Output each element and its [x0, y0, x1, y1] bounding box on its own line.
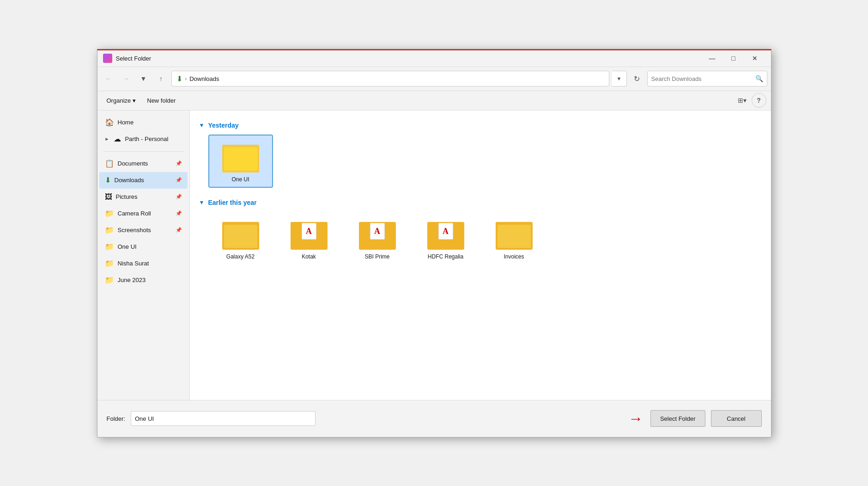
app-icon	[103, 54, 112, 63]
folder-value-input[interactable]	[131, 411, 316, 426]
sidebar-label-parth: Parth - Personal	[125, 135, 182, 142]
chevron-yesterday[interactable]: ▼	[199, 122, 205, 129]
close-button[interactable]: ✕	[744, 51, 765, 65]
folder-name-sbi-prime: SBI Prime	[364, 253, 389, 261]
address-bar: ← → ▼ ↑ ⬇ › Downloads ▼ ↻ 🔍	[97, 67, 771, 91]
pictures-icon: 🖼	[105, 193, 112, 201]
sidebar-item-screenshots[interactable]: 📁 Screenshots 📌	[99, 222, 188, 239]
home-icon: 🏠	[105, 118, 114, 127]
pin-icon-downloads: 📌	[176, 177, 182, 183]
address-dropdown-button[interactable]: ▼	[612, 71, 627, 86]
up-button[interactable]: ↑	[154, 71, 169, 86]
section-title-yesterday: Yesterday	[208, 122, 238, 129]
sidebar-label-camera-roll: Camera Roll	[118, 210, 172, 217]
folder-item-one-ui[interactable]: One UI	[208, 135, 273, 188]
sidebar-label-downloads: Downloads	[115, 177, 172, 184]
path-separator: ›	[185, 76, 187, 81]
sidebar-item-downloads[interactable]: ⬇ Downloads 📌	[99, 172, 188, 189]
sidebar-item-one-ui[interactable]: 📁 One UI	[99, 239, 188, 255]
organize-button[interactable]: Organize ▾	[102, 93, 141, 107]
address-path[interactable]: ⬇ › Downloads	[171, 71, 609, 86]
sidebar-item-documents[interactable]: 📋 Documents 📌	[99, 155, 188, 172]
adobe-badge-hdfc-regalia: A	[438, 223, 453, 240]
window-controls: — □ ✕	[702, 51, 765, 65]
sidebar-item-june-2023[interactable]: 📁 June 2023	[99, 272, 188, 289]
adobe-badge-kotak: A	[302, 223, 316, 240]
sidebar-item-parth[interactable]: ► ☁ Parth - Personal	[99, 131, 188, 148]
dropdown-recent-button[interactable]: ▼	[136, 71, 151, 86]
cancel-button[interactable]: Cancel	[711, 410, 762, 427]
sidebar-item-nisha-surat[interactable]: 📁 Nisha Surat	[99, 255, 188, 272]
june-2023-icon: 📁	[105, 276, 114, 284]
search-box: 🔍	[647, 71, 767, 86]
folder-item-kotak[interactable]: A Kotak	[277, 212, 341, 265]
sidebar-label-one-ui: One UI	[118, 243, 182, 250]
section-header-yesterday: ▼ Yesterday	[199, 122, 762, 129]
new-folder-label: New folder	[147, 97, 176, 104]
sidebar-label-home: Home	[118, 119, 182, 126]
sidebar-label-screenshots: Screenshots	[118, 227, 172, 234]
sidebar: 🏠 Home ► ☁ Parth - Personal 📋 Documents …	[97, 111, 190, 400]
folder-name-invoices: Invoices	[504, 253, 524, 261]
sidebar-label-nisha-surat: Nisha Surat	[118, 260, 182, 267]
folder-item-hdfc-regalia[interactable]: A HDFC Regalia	[413, 212, 478, 265]
search-icon: 🔍	[755, 75, 763, 82]
help-button[interactable]: ?	[752, 93, 766, 108]
chevron-earlier[interactable]: ▼	[199, 199, 205, 206]
sidebar-item-pictures[interactable]: 🖼 Pictures 📌	[99, 189, 188, 205]
download-path-icon: ⬇	[176, 74, 182, 83]
cloud-icon: ☁	[114, 135, 121, 143]
main-content: 🏠 Home ► ☁ Parth - Personal 📋 Documents …	[97, 111, 771, 400]
folder-item-sbi-prime[interactable]: A SBI Prime	[345, 212, 410, 265]
folder-icon-sbi-prime: A	[359, 216, 396, 250]
refresh-button[interactable]: ↻	[630, 71, 644, 86]
new-folder-button[interactable]: New folder	[142, 93, 180, 107]
search-input[interactable]	[651, 75, 753, 82]
forward-button[interactable]: →	[119, 71, 134, 86]
minimize-button[interactable]: —	[702, 51, 723, 65]
organize-label: Organize	[107, 97, 131, 104]
view-caret: ▾	[743, 97, 747, 104]
sidebar-item-home[interactable]: 🏠 Home	[99, 114, 188, 131]
folder-icon-galaxy-a52	[222, 216, 259, 250]
sidebar-label-pictures: Pictures	[116, 193, 172, 200]
folder-icon-kotak: A	[291, 216, 328, 250]
folder-name-kotak: Kotak	[302, 253, 316, 261]
folder-name-galaxy-a52: Galaxy A52	[226, 253, 255, 261]
downloads-icon: ⬇	[105, 176, 111, 185]
pin-icon-screenshots: 📌	[176, 227, 182, 233]
bottom-bar: Folder: → Select Folder Cancel	[97, 400, 771, 437]
back-button[interactable]: ←	[101, 71, 116, 86]
view-icon: ⊞	[738, 97, 743, 104]
section-title-earlier: Earlier this year	[208, 199, 256, 206]
pin-icon-pictures: 📌	[176, 194, 182, 200]
folder-icon-invoices	[496, 216, 533, 250]
nisha-surat-icon: 📁	[105, 259, 114, 268]
sidebar-divider-1	[103, 151, 184, 152]
one-ui-icon: 📁	[105, 242, 114, 251]
screenshots-icon: 📁	[105, 226, 114, 234]
title-bar: Select Folder — □ ✕	[97, 50, 771, 67]
maximize-button[interactable]: □	[723, 51, 744, 65]
toolbar: Organize ▾ New folder ⊞ ▾ ?	[97, 91, 771, 111]
arrow-indicator: →	[628, 410, 643, 427]
organize-caret: ▾	[133, 97, 136, 104]
folder-icon-hdfc-regalia: A	[427, 216, 464, 250]
folder-item-invoices[interactable]: Invoices	[482, 212, 546, 265]
sidebar-label-june-2023: June 2023	[118, 277, 182, 283]
view-button[interactable]: ⊞ ▾	[735, 93, 750, 108]
documents-icon: 📋	[105, 159, 114, 168]
folder-label: Folder:	[107, 415, 125, 422]
sidebar-item-camera-roll[interactable]: 📁 Camera Roll 📌	[99, 205, 188, 222]
camera-roll-icon: 📁	[105, 209, 114, 218]
folder-grid-earlier: Galaxy A52 A Kotak	[199, 212, 762, 265]
pin-icon-camera-roll: 📌	[176, 210, 182, 216]
folder-item-galaxy-a52[interactable]: Galaxy A52	[208, 212, 273, 265]
folder-grid-yesterday: One UI	[199, 135, 762, 188]
pin-icon-documents: 📌	[176, 160, 182, 166]
dialog-title: Select Folder	[116, 55, 702, 62]
folder-icon-one-ui	[222, 139, 259, 172]
dialog-window: Select Folder — □ ✕ ← → ▼ ↑ ⬇ › Download…	[97, 49, 771, 437]
select-folder-button[interactable]: Select Folder	[650, 410, 705, 427]
section-header-earlier: ▼ Earlier this year	[199, 199, 762, 206]
